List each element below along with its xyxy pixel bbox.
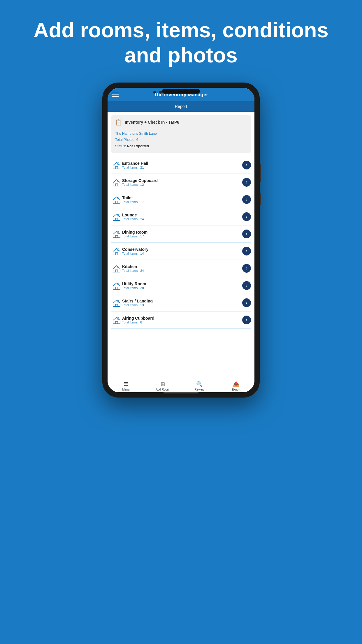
phone-camera-right bbox=[159, 91, 162, 94]
nav-add-room[interactable]: ⊞ Add Room bbox=[144, 381, 181, 391]
room-item[interactable]: Stairs / LandingTotal Items : 13 bbox=[111, 294, 251, 312]
bottom-nav: ☰ Menu ⊞ Add Room 🔍 Review 📤 Export bbox=[108, 379, 254, 392]
room-chevron-button[interactable] bbox=[242, 161, 251, 169]
room-chevron-button[interactable] bbox=[242, 230, 251, 238]
info-card-title: Inventory + Check In - TMP6 bbox=[125, 120, 179, 125]
room-chevron-button[interactable] bbox=[242, 281, 251, 290]
room-chevron-button[interactable] bbox=[242, 264, 251, 273]
export-icon: 📤 bbox=[233, 381, 239, 387]
phone-device: The Inventory Manager Report 📋 Inventory… bbox=[102, 83, 260, 398]
info-card: 📋 Inventory + Check In - TMP6 The Hampto… bbox=[111, 115, 251, 153]
room-items-count: Total Items : 8 bbox=[122, 321, 242, 324]
room-info: LoungeTotal Items : 24 bbox=[122, 213, 242, 221]
add-room-icon: ⊞ bbox=[161, 381, 165, 387]
room-name: Kitchen bbox=[122, 264, 242, 269]
house-icon bbox=[111, 194, 122, 205]
room-chevron-button[interactable] bbox=[242, 247, 251, 256]
room-info: KitchenTotal Items : 34 bbox=[122, 264, 242, 272]
room-info: Dining RoomTotal Items : 17 bbox=[122, 230, 242, 238]
room-chevron-button[interactable] bbox=[242, 316, 251, 324]
room-items-count: Total Items : 20 bbox=[122, 286, 242, 290]
svg-rect-6 bbox=[115, 218, 118, 220]
room-name: Lounge bbox=[122, 213, 242, 217]
house-icon bbox=[111, 314, 122, 326]
nav-menu[interactable]: ☰ Menu bbox=[108, 381, 144, 391]
report-bar: Report bbox=[108, 101, 254, 112]
room-info: Utility RoomTotal Items : 20 bbox=[122, 281, 242, 290]
room-chevron-button[interactable] bbox=[242, 178, 251, 187]
room-name: Toilet bbox=[122, 195, 242, 200]
phone-notch bbox=[162, 89, 200, 94]
room-items-count: Total Items : 14 bbox=[122, 252, 242, 255]
room-items-count: Total Items : 12 bbox=[122, 183, 242, 186]
room-info: Stairs / LandingTotal Items : 13 bbox=[122, 299, 242, 307]
room-item[interactable]: ConservatoryTotal Items : 14 bbox=[111, 243, 251, 260]
room-items-count: Total Items : 13 bbox=[122, 303, 242, 307]
room-info: Entrance HallTotal Items : 21 bbox=[122, 161, 242, 169]
room-name: Storage Cupboard bbox=[122, 178, 242, 183]
info-status: Status: Not Exported bbox=[115, 143, 247, 150]
room-item[interactable]: Utility RoomTotal Items : 20 bbox=[111, 277, 251, 294]
scroll-content[interactable]: 📋 Inventory + Check In - TMP6 The Hampto… bbox=[108, 112, 254, 379]
room-list: Entrance HallTotal Items : 21Storage Cup… bbox=[108, 157, 254, 329]
nav-export-label: Export bbox=[232, 388, 240, 391]
room-chevron-button[interactable] bbox=[242, 212, 251, 221]
nav-review[interactable]: 🔍 Review bbox=[181, 381, 218, 391]
phone-screen: The Inventory Manager Report 📋 Inventory… bbox=[108, 88, 254, 392]
room-name: Conservatory bbox=[122, 247, 242, 252]
room-items-count: Total Items : 17 bbox=[122, 235, 242, 238]
svg-rect-2 bbox=[115, 184, 118, 186]
house-icon bbox=[111, 280, 122, 291]
svg-rect-16 bbox=[115, 304, 118, 307]
room-info: ToiletTotal Items : 17 bbox=[122, 195, 242, 204]
room-info: ConservatoryTotal Items : 14 bbox=[122, 247, 242, 255]
hero-text: Add rooms, items, conditions and photos bbox=[0, 0, 362, 83]
svg-rect-10 bbox=[115, 253, 118, 255]
house-icon bbox=[111, 211, 122, 222]
svg-rect-12 bbox=[115, 270, 118, 272]
svg-rect-4 bbox=[115, 201, 118, 203]
hero-section: Add rooms, items, conditions and photos bbox=[0, 0, 362, 83]
house-icon bbox=[111, 263, 122, 274]
room-item[interactable]: LoungeTotal Items : 24 bbox=[111, 208, 251, 225]
svg-rect-14 bbox=[115, 287, 118, 289]
room-name: Entrance Hall bbox=[122, 161, 242, 166]
room-chevron-button[interactable] bbox=[242, 298, 251, 307]
review-icon: 🔍 bbox=[196, 381, 203, 387]
info-photos: Total Photos: 6 bbox=[115, 137, 247, 143]
room-items-count: Total Items : 17 bbox=[122, 200, 242, 204]
room-name: Airing Cupboard bbox=[122, 316, 242, 321]
room-items-count: Total Items : 34 bbox=[122, 269, 242, 272]
phone-side-button-1 bbox=[260, 164, 261, 182]
house-icon bbox=[111, 297, 122, 308]
nav-review-label: Review bbox=[195, 388, 204, 391]
house-icon bbox=[111, 246, 122, 257]
room-info: Storage CupboardTotal Items : 12 bbox=[122, 178, 242, 186]
info-card-top: 📋 Inventory + Check In - TMP6 bbox=[115, 119, 247, 128]
room-name: Dining Room bbox=[122, 230, 242, 235]
document-icon: 📋 bbox=[115, 119, 122, 126]
room-items-count: Total Items : 21 bbox=[122, 166, 242, 169]
phone-side-button-2 bbox=[260, 193, 261, 205]
house-icon bbox=[111, 160, 122, 171]
house-icon bbox=[111, 177, 122, 188]
room-item[interactable]: ToiletTotal Items : 17 bbox=[111, 191, 251, 208]
info-address: The Hamptons Smith Lane bbox=[115, 131, 247, 137]
menu-icon: ☰ bbox=[124, 381, 128, 387]
room-item[interactable]: Storage CupboardTotal Items : 12 bbox=[111, 174, 251, 191]
nav-add-room-label: Add Room bbox=[156, 388, 169, 391]
house-icon bbox=[111, 228, 122, 239]
room-item[interactable]: KitchenTotal Items : 34 bbox=[111, 260, 251, 277]
hamburger-menu-icon[interactable] bbox=[112, 93, 119, 97]
nav-export[interactable]: 📤 Export bbox=[218, 381, 254, 391]
room-item[interactable]: Dining RoomTotal Items : 17 bbox=[111, 225, 251, 243]
phone-bottom-bar bbox=[164, 392, 198, 393]
room-item[interactable]: Airing CupboardTotal Items : 8 bbox=[111, 312, 251, 329]
room-name: Stairs / Landing bbox=[122, 299, 242, 303]
info-card-details: The Hamptons Smith Lane Total Photos: 6 … bbox=[115, 131, 247, 150]
room-info: Airing CupboardTotal Items : 8 bbox=[122, 316, 242, 324]
svg-rect-18 bbox=[115, 321, 118, 324]
room-item[interactable]: Entrance HallTotal Items : 21 bbox=[111, 157, 251, 174]
room-chevron-button[interactable] bbox=[242, 195, 251, 204]
room-items-count: Total Items : 24 bbox=[122, 217, 242, 221]
